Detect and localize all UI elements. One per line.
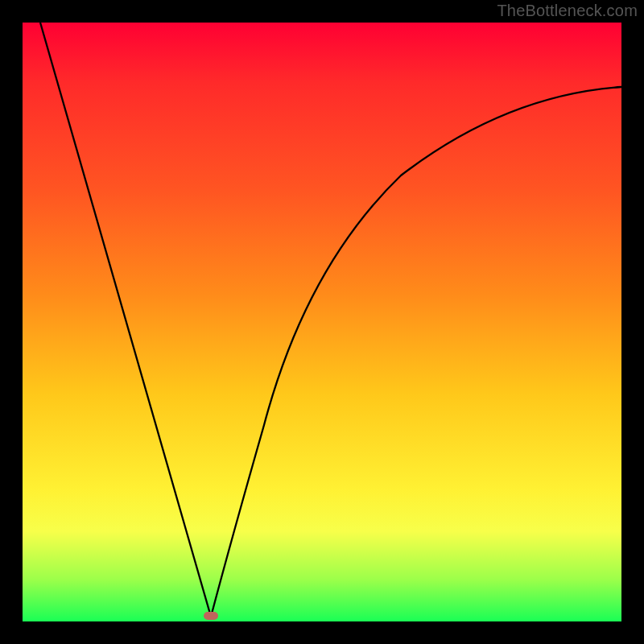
bottleneck-marker bbox=[204, 612, 218, 620]
plot-area bbox=[23, 23, 621, 621]
chart-frame: TheBottleneck.com bbox=[0, 0, 644, 644]
curve-right-branch bbox=[211, 87, 621, 617]
curve-left-branch bbox=[40, 23, 211, 617]
watermark-text: TheBottleneck.com bbox=[497, 2, 638, 20]
bottleneck-curve bbox=[23, 23, 621, 621]
